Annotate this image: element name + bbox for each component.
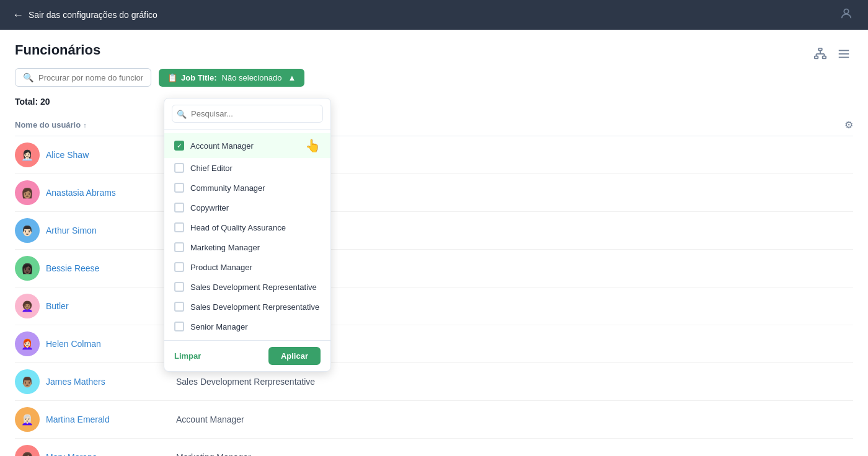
table-row: 👩🏻‍🦰 Helen Colman Copywriter [15,325,853,363]
dropdown-item-label: Account Manager [190,141,254,151]
dropdown-item[interactable]: Sales Development Rerpresentative [164,297,330,317]
page-title: Funcionários [15,42,100,58]
topbar-right-icons [837,4,856,26]
job-title-filter-button[interactable]: 📋 Job Title: Não selecionado ▲ [159,69,304,87]
total-label: Total: 20 [15,97,853,107]
employee-name[interactable]: Mary Moreno [46,452,97,456]
sort-icon: ↑ [83,121,87,129]
dropdown-footer: Limpar Aplicar [164,340,330,371]
employee-name[interactable]: Butler [46,301,69,311]
col-name-header: Nome do usuário ↑ [15,120,176,129]
avatar: 👩🏻‍💼 [15,142,40,167]
search-input[interactable] [38,73,143,82]
clear-button[interactable]: Limpar [174,351,201,361]
checkbox: ✓ [174,141,184,151]
employee-rows: 👩🏻‍💼 Alice Shaw Account Manager 👩🏽 Anast… [15,136,853,456]
chevron-up-icon: ▲ [288,73,296,82]
svg-rect-2 [815,56,818,59]
dropdown-item-label: Product Manager [190,263,252,272]
dropdown-item-label: Sales Development Rerpresentative [190,302,319,312]
avatar: 👩🏽‍🦱 [15,294,40,318]
avatar: 👩🏻‍🦰 [15,331,40,356]
filter-label: Job Title: [181,73,217,82]
checkbox [174,242,184,252]
list-view-icon-button[interactable] [835,45,853,66]
dropdown-item[interactable]: Chief Editor [164,158,330,178]
dropdown-search-icon: 🔍 [177,109,187,118]
table-row: 👨🏻 Arthur Simon Sales Development Repres… [15,212,853,250]
table-row: 👩🏻‍🦳 Martina Emerald Account Manager [15,401,853,439]
table-settings-icon[interactable]: ⚙ [844,120,853,130]
employee-table: Nome do usuário ↑ Job Title ⚙ 👩🏻‍💼 Alice… [15,114,853,456]
employee-name[interactable]: Anastasia Abrams [46,188,116,198]
job-title-dropdown: 🔍 ✓ Account Manager 👆 Chief Editor Commu… [164,98,331,372]
dropdown-item[interactable]: Community Manager [164,178,330,198]
employee-name[interactable]: Alice Shaw [46,150,89,160]
avatar: 👩🏻‍🦳 [15,407,40,432]
filter-icon: 📋 [167,73,177,82]
dropdown-item[interactable]: Copywriter [164,198,330,217]
checkbox [174,203,184,213]
back-arrow-icon[interactable]: ← [12,9,24,22]
svg-rect-3 [823,56,826,59]
checkbox [174,183,184,193]
search-icon: 🔍 [23,72,33,82]
user-icon-button[interactable] [837,4,856,26]
table-row: 👩🏽 Anastasia Abrams Senior Manager [15,174,853,212]
employee-jobtitle: Account Manager [176,414,828,424]
dropdown-item-label: Copywriter [190,203,229,213]
dropdown-item-label: Marketing Manager [190,243,260,252]
avatar: 👨🏻 [15,218,40,243]
dropdown-search-input[interactable] [172,105,323,123]
dropdown-item-label: Senior Manager [190,322,248,331]
apply-button[interactable]: Aplicar [268,347,321,365]
dropdown-item[interactable]: Sales Development Representative [164,277,330,297]
avatar: 👨🏽 [15,369,40,394]
table-row: 👩🏽 Mary Moreno Marketing Manager [15,439,853,456]
checkbox [174,322,184,331]
checkbox [174,262,184,272]
dropdown-item-label: Sales Development Representative [190,283,317,292]
table-row: 👩🏻‍💼 Alice Shaw Account Manager [15,136,853,174]
employee-name[interactable]: Martina Emerald [46,414,110,424]
filter-value: Não selecionado [222,73,282,82]
checkbox [174,222,184,232]
dropdown-item[interactable]: ✓ Account Manager 👆 [164,133,330,158]
table-header: Nome do usuário ↑ Job Title ⚙ [15,114,853,136]
table-row: 👨🏽 James Mathers Sales Development Rerpr… [15,363,853,401]
main-content: Funcionários [0,30,868,456]
employee-jobtitle: Marketing Manager [176,452,828,456]
employee-name[interactable]: Helen Colman [46,339,101,349]
avatar: 👩🏿 [15,256,40,281]
top-bar: ← Sair das configurações do gráfico [0,0,868,30]
dropdown-item[interactable]: Senior Manager [164,317,330,336]
svg-rect-1 [818,48,822,51]
table-row: 👩🏽‍🦱 Butler Product Manager [15,287,853,325]
employee-name[interactable]: Arthur Simon [46,226,97,235]
dropdown-item[interactable]: Marketing Manager [164,237,330,257]
back-label: Sair das configurações do gráfico [29,10,157,20]
avatar: 👩🏽 [15,180,40,205]
checkbox [174,163,184,173]
svg-point-0 [844,9,848,13]
dropdown-item-label: Chief Editor [190,164,232,173]
dropdown-item-label: Community Manager [190,183,265,193]
org-chart-icon-button[interactable] [811,45,830,66]
dropdown-list: ✓ Account Manager 👆 Chief Editor Communi… [164,129,330,340]
employee-name[interactable]: Bessie Reese [46,263,99,273]
employee-name[interactable]: James Mathers [46,377,105,387]
dropdown-item[interactable]: Head of Quality Assurance [164,217,330,237]
employee-jobtitle: Sales Development Rerpresentative [176,377,828,387]
toolbar: 🔍 📋 Job Title: Não selecionado ▲ [15,68,853,87]
dropdown-item[interactable]: Product Manager [164,257,330,277]
search-box[interactable]: 🔍 [15,68,151,87]
dropdown-search-area: 🔍 [164,99,330,129]
checkbox [174,282,184,292]
table-row: 👩🏿 Bessie Reese Product Manager [15,250,853,287]
avatar: 👩🏽 [15,445,40,456]
checkbox [174,302,184,312]
dropdown-item-label: Head of Quality Assurance [190,223,286,232]
